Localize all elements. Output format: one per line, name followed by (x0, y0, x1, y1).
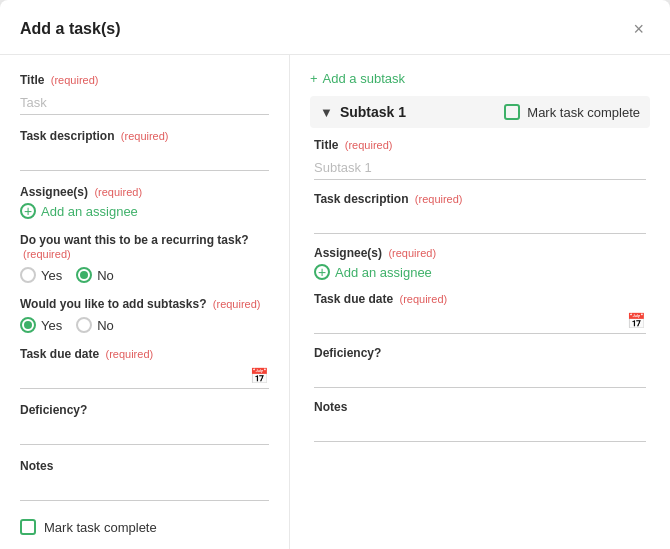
recurring-label: Do you want this to be a recurring task?… (20, 233, 269, 261)
subtasks-no-outer (76, 317, 92, 333)
title-input[interactable] (20, 91, 269, 115)
subtask-add-assignee-button[interactable]: + Add an assignee (314, 264, 646, 280)
title-field-group: Title (required) (20, 73, 269, 115)
subtasks-yes-outer (20, 317, 36, 333)
deficiency-input[interactable] (20, 421, 269, 445)
subtasks-label: Would you like to add subtasks? (require… (20, 297, 269, 311)
subtask-due-date-wrap: 📅 (314, 310, 646, 334)
subtask-deficiency-field-group: Deficiency? (314, 346, 646, 388)
modal-body: Title (required) Task description (requi… (0, 55, 670, 549)
description-field-group: Task description (required) (20, 129, 269, 171)
recurring-radio-group: Yes No (20, 267, 269, 283)
mark-complete-checkbox[interactable] (20, 519, 36, 535)
add-task-modal: Add a task(s) × Title (required) Task de… (0, 0, 670, 549)
recurring-no-inner (80, 271, 88, 279)
subtask-calendar-icon: 📅 (627, 312, 646, 330)
notes-field-group: Notes (20, 459, 269, 501)
subtask-header: ▼ Subtask 1 Mark task complete (310, 96, 650, 128)
left-panel: Title (required) Task description (requi… (0, 55, 290, 549)
assignees-label: Assignee(s) (required) (20, 185, 269, 199)
subtask-title-label: Title (required) (314, 138, 646, 152)
deficiency-label: Deficiency? (20, 403, 269, 417)
due-date-input[interactable] (20, 365, 269, 389)
right-panel: + Add a subtask ▼ Subtask 1 Mark task co… (290, 55, 670, 549)
add-assignee-button[interactable]: + Add an assignee (20, 203, 269, 219)
subtask-title-input[interactable] (314, 156, 646, 180)
chevron-down-icon[interactable]: ▼ (320, 105, 333, 120)
recurring-no-outer (76, 267, 92, 283)
subtask-due-date-label: Task due date (required) (314, 292, 646, 306)
subtask-notes-field-group: Notes (314, 400, 646, 442)
modal-header: Add a task(s) × (0, 0, 670, 55)
subtask-deficiency-label: Deficiency? (314, 346, 646, 360)
subtask-assignees-field-group: Assignee(s) (required) + Add an assignee (314, 246, 646, 280)
subtask-title: Subtask 1 (340, 104, 406, 120)
subtask-description-label: Task description (required) (314, 192, 646, 206)
subtask-assignees-label: Assignee(s) (required) (314, 246, 646, 260)
due-date-field-group: Task due date (required) 📅 (20, 347, 269, 389)
notes-label: Notes (20, 459, 269, 473)
description-label: Task description (required) (20, 129, 269, 143)
mark-complete-row: Mark task complete (20, 519, 269, 535)
recurring-yes-outer (20, 267, 36, 283)
subtask-title-field-group: Title (required) (314, 138, 646, 180)
due-date-label: Task due date (required) (20, 347, 269, 361)
mark-complete-label: Mark task complete (44, 520, 157, 535)
subtasks-yes-radio[interactable]: Yes (20, 317, 62, 333)
subtask-mark-complete-checkbox[interactable] (504, 104, 520, 120)
title-label: Title (required) (20, 73, 269, 87)
description-input[interactable] (20, 147, 269, 171)
modal-title: Add a task(s) (20, 20, 120, 38)
subtask-plus-circle-icon: + (314, 264, 330, 280)
recurring-no-radio[interactable]: No (76, 267, 114, 283)
subtask-due-date-field-group: Task due date (required) 📅 (314, 292, 646, 334)
subtask-notes-label: Notes (314, 400, 646, 414)
recurring-field-group: Do you want this to be a recurring task?… (20, 233, 269, 283)
subtasks-field-group: Would you like to add subtasks? (require… (20, 297, 269, 333)
subtask-description-field-group: Task description (required) (314, 192, 646, 234)
subtask-due-date-input[interactable] (314, 310, 646, 334)
calendar-icon: 📅 (250, 367, 269, 385)
subtasks-no-radio[interactable]: No (76, 317, 114, 333)
plus-circle-icon: + (20, 203, 36, 219)
subtask-fields: Title (required) Task description (requi… (310, 138, 650, 442)
due-date-wrap: 📅 (20, 365, 269, 389)
assignees-field-group: Assignee(s) (required) + Add an assignee (20, 185, 269, 219)
add-subtask-button[interactable]: + Add a subtask (310, 65, 650, 96)
subtasks-radio-group: Yes No (20, 317, 269, 333)
subtask-header-left: ▼ Subtask 1 (320, 104, 406, 120)
recurring-yes-radio[interactable]: Yes (20, 267, 62, 283)
notes-input[interactable] (20, 477, 269, 501)
subtask-notes-input[interactable] (314, 418, 646, 442)
subtask-mark-complete-row: Mark task complete (504, 104, 640, 120)
deficiency-field-group: Deficiency? (20, 403, 269, 445)
subtask-description-input[interactable] (314, 210, 646, 234)
subtasks-yes-inner (24, 321, 32, 329)
subtask-deficiency-input[interactable] (314, 364, 646, 388)
close-button[interactable]: × (627, 18, 650, 40)
add-subtask-plus-icon: + (310, 71, 318, 86)
